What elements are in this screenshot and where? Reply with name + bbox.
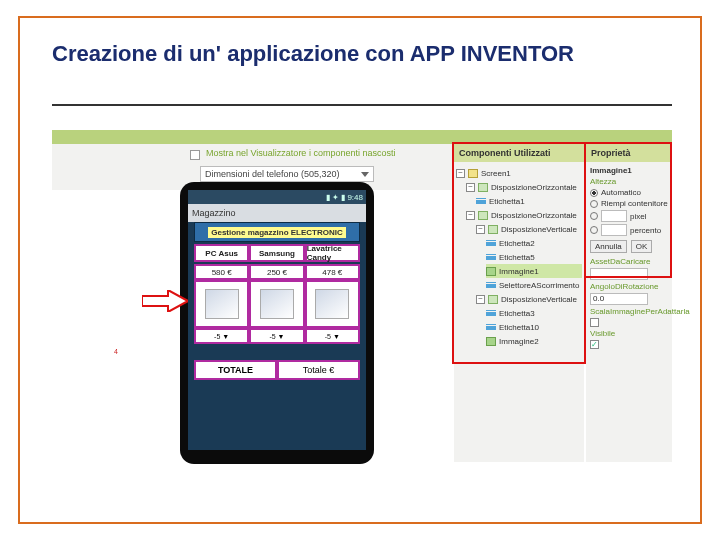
prop-visible-label: Visibile [590, 329, 668, 338]
wifi-icon: ✦ [332, 193, 339, 202]
price-row: 580 € 250 € 478 € [194, 264, 360, 280]
col-header: Samsung [249, 244, 304, 262]
image-row [194, 280, 360, 328]
highlight-box-components [452, 142, 586, 364]
callout-arrow-icon [142, 290, 188, 312]
show-hidden-checkbox[interactable] [190, 150, 200, 160]
visible-checkbox[interactable]: ✓ [590, 340, 599, 349]
qty-spinner[interactable]: -5 ▼ [305, 328, 360, 344]
total-row: TOTALE Totale € [194, 360, 360, 380]
app-banner-text: Gestione magazzino ELECTRONIC [208, 227, 346, 238]
product-image-cell[interactable] [249, 280, 304, 328]
col-header: Lavatrice Candy [305, 244, 360, 262]
col-header: PC Asus [194, 244, 249, 262]
spinner-row: -5 ▼ -5 ▼ -5 ▼ [194, 328, 360, 344]
battery-icon: ▮ [341, 193, 345, 202]
qty-spinner[interactable]: -5 ▼ [249, 328, 304, 344]
price-cell: 250 € [249, 264, 304, 280]
signal-icon: ▮ [326, 193, 330, 202]
app-inventor-screenshot: Mostra nel Visualizzatore i componenti n… [52, 130, 672, 462]
status-bar: ▮ ✦ ▮ 9:48 [188, 190, 366, 204]
phone-dimensions-select[interactable]: Dimensioni del telefono (505,320) [200, 166, 374, 182]
clock-text: 9:48 [347, 193, 363, 202]
action-bar: Magazzino [188, 204, 366, 222]
price-cell: 478 € [305, 264, 360, 280]
prop-rotation-label: AngoloDiRotazione [590, 282, 668, 291]
price-cell: 580 € [194, 264, 249, 280]
footnote-marker: 4 [114, 348, 118, 355]
product-image-cell[interactable] [194, 280, 249, 328]
product-image-cell[interactable] [305, 280, 360, 328]
scale-checkbox[interactable] [590, 318, 599, 327]
qty-spinner[interactable]: -5 ▼ [194, 328, 249, 344]
title-underline [52, 104, 672, 106]
chevron-down-icon [361, 172, 369, 177]
washer-image-icon [315, 289, 349, 319]
svg-marker-0 [142, 290, 188, 312]
app-banner: Gestione magazzino ELECTRONIC [194, 222, 360, 242]
header-row: PC Asus Samsung Lavatrice Candy [194, 244, 360, 262]
rotation-input[interactable]: 0.0 [590, 293, 648, 305]
total-value: Totale € [277, 360, 360, 380]
app-title-label: Magazzino [192, 208, 236, 218]
pc-image-icon [205, 289, 239, 319]
phone-image-icon [260, 289, 294, 319]
phone-screen: ▮ ✦ ▮ 9:48 Magazzino Gestione magazzino … [188, 190, 366, 450]
prop-scale-label: ScalaImmaginePerAdattarla [590, 307, 668, 316]
slide-title: Creazione di un' applicazione con APP IN… [52, 40, 672, 68]
highlight-box-properties [584, 142, 672, 278]
phone-frame: ▮ ✦ ▮ 9:48 Magazzino Gestione magazzino … [180, 182, 374, 464]
show-hidden-label: Mostra nel Visualizzatore i componenti n… [206, 148, 395, 158]
phone-dimensions-label: Dimensioni del telefono (505,320) [205, 169, 340, 179]
total-label: TOTALE [194, 360, 277, 380]
